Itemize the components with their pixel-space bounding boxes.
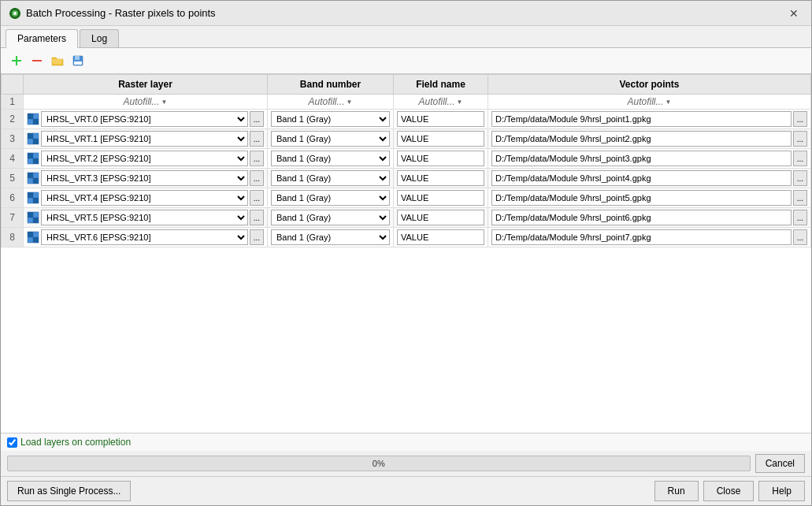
field-cell[interactable] [394,208,488,228]
raster-browse-button[interactable]: ... [250,190,264,206]
field-cell[interactable] [394,228,488,247]
raster-cell[interactable]: HRSL_VRT.2 [EPSG:9210] ... [24,149,268,169]
toolbar [1,48,811,74]
raster-cell[interactable]: HRSL_VRT.5 [EPSG:9210] ... [24,208,268,228]
vector-browse-button[interactable]: ... [793,131,807,147]
raster-browse-button[interactable]: ... [250,210,264,225]
field-input[interactable] [397,111,484,127]
raster-select[interactable]: HRSL_VRT.6 [EPSG:9210] [41,229,248,245]
band-cell[interactable]: Band 1 (Gray) [268,188,394,208]
vector-cell[interactable]: ... [488,169,811,188]
field-cell[interactable] [394,169,488,188]
cancel-button[interactable]: Cancel [755,454,805,473]
load-layers-checkbox[interactable] [7,437,17,448]
band-cell[interactable]: Band 1 (Gray) [268,208,394,228]
band-cell[interactable]: Band 1 (Gray) [268,169,394,188]
band-cell[interactable]: Band 1 (Gray) [268,110,394,129]
field-input[interactable] [397,210,484,225]
autofill-raster[interactable]: Autofill... ▼ [24,95,268,110]
raster-cell[interactable]: HRSL_VRT.1 [EPSG:9210] ... [24,129,268,149]
remove-row-button[interactable] [28,51,46,70]
raster-select[interactable]: HRSL_VRT.4 [EPSG:9210] [41,190,248,206]
band-select[interactable]: Band 1 (Gray) [271,229,390,245]
raster-cell[interactable]: HRSL_VRT.0 [EPSG:9210] ... [24,110,268,129]
open-button[interactable] [48,51,67,70]
vector-browse-button[interactable]: ... [793,190,807,206]
raster-cell[interactable]: HRSL_VRT.3 [EPSG:9210] ... [24,169,268,188]
svg-rect-33 [33,178,39,184]
vector-cell[interactable]: ... [488,208,811,228]
vector-browse-button[interactable]: ... [793,151,807,166]
field-input[interactable] [397,131,484,147]
svg-rect-20 [28,133,33,139]
band-select[interactable]: Band 1 (Gray) [271,190,390,206]
vector-browse-button[interactable]: ... [793,170,807,186]
raster-select[interactable]: HRSL_VRT.3 [EPSG:9210] [41,170,248,186]
autofill-band[interactable]: Autofill... ▼ [268,95,394,110]
field-input[interactable] [397,151,484,166]
run-single-process-button[interactable]: Run as Single Process... [7,481,131,501]
autofill-vector[interactable]: Autofill... ▼ [488,95,811,110]
band-cell[interactable]: Band 1 (Gray) [268,228,394,247]
raster-layer-icon [27,172,39,184]
band-cell[interactable]: Band 1 (Gray) [268,129,394,149]
raster-cell[interactable]: HRSL_VRT.6 [EPSG:9210] ... [24,228,268,247]
band-select[interactable]: Band 1 (Gray) [271,170,390,186]
save-button[interactable] [69,51,87,70]
autofill-field[interactable]: Autofill... ▼ [394,95,488,110]
vector-path-input[interactable] [491,210,792,225]
raster-cell[interactable]: HRSL_VRT.4 [EPSG:9210] ... [24,188,268,208]
help-button[interactable]: Help [758,481,805,501]
vector-browse-button[interactable]: ... [793,210,807,225]
close-window-button[interactable]: ✕ [784,6,803,21]
svg-rect-8 [16,56,17,65]
field-cell[interactable] [394,129,488,149]
raster-select[interactable]: HRSL_VRT.5 [EPSG:9210] [41,210,248,225]
vector-cell[interactable]: ... [488,149,811,169]
row-num-8: 8 [2,228,24,247]
raster-browse-button[interactable]: ... [250,229,264,245]
raster-select[interactable]: HRSL_VRT.0 [EPSG:9210] [41,111,248,127]
raster-browse-button[interactable]: ... [250,151,264,166]
vector-browse-button[interactable]: ... [793,229,807,245]
svg-rect-38 [28,192,33,198]
load-layers-label[interactable]: Load layers on completion [7,437,131,448]
field-input[interactable] [397,190,484,206]
vector-cell[interactable]: ... [488,129,811,149]
vector-browse-button[interactable]: ... [793,111,807,127]
field-cell[interactable] [394,188,488,208]
row-num-3: 3 [2,129,24,149]
raster-browse-button[interactable]: ... [250,111,264,127]
tab-parameters[interactable]: Parameters [6,29,78,48]
band-cell[interactable]: Band 1 (Gray) [268,149,394,169]
field-cell[interactable] [394,110,488,129]
raster-browse-button[interactable]: ... [250,131,264,147]
svg-rect-5 [9,13,12,14]
vector-path-input[interactable] [491,111,792,127]
raster-select[interactable]: HRSL_VRT.2 [EPSG:9210] [41,151,248,166]
vector-path-input[interactable] [491,229,792,245]
vector-cell[interactable]: ... [488,188,811,208]
svg-rect-50 [28,232,33,237]
raster-browse-button[interactable]: ... [250,170,264,186]
field-cell[interactable] [394,149,488,169]
run-button[interactable]: Run [654,481,699,501]
field-input[interactable] [397,229,484,245]
tab-log[interactable]: Log [80,29,119,47]
row-num-2: 2 [2,110,24,129]
band-select[interactable]: Band 1 (Gray) [271,210,390,225]
vector-path-input[interactable] [491,170,792,186]
vector-cell[interactable]: ... [488,228,811,247]
svg-rect-39 [33,198,39,203]
close-button[interactable]: Close [703,481,755,501]
band-select[interactable]: Band 1 (Gray) [271,131,390,147]
add-row-button[interactable] [7,51,26,70]
raster-select[interactable]: HRSL_VRT.1 [EPSG:9210] [41,131,248,147]
vector-path-input[interactable] [491,190,792,206]
vector-path-input[interactable] [491,151,792,166]
vector-cell[interactable]: ... [488,110,811,129]
field-input[interactable] [397,170,484,186]
band-select[interactable]: Band 1 (Gray) [271,151,390,166]
band-select[interactable]: Band 1 (Gray) [271,111,390,127]
vector-path-input[interactable] [491,131,792,147]
